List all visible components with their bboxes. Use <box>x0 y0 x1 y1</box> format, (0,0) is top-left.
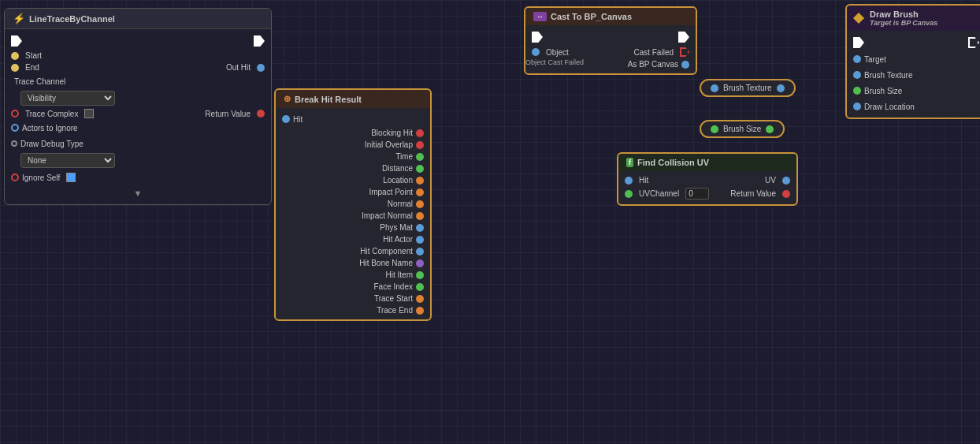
initial-overlap-label: Initial Overlap <box>365 140 413 149</box>
draw-brush-target-pin[interactable] <box>853 55 861 63</box>
location-pin[interactable] <box>416 177 424 185</box>
draw-brush-location-pin[interactable] <box>853 103 861 110</box>
hit-actor-pin[interactable] <box>416 236 424 244</box>
impact-point-label: Impact Point <box>369 188 413 196</box>
exec-row <box>5 32 271 50</box>
face-index-row: Face Index <box>276 281 430 293</box>
find-uv-return-pin[interactable] <box>782 190 790 198</box>
brush-size-label: Brush Size <box>723 125 761 133</box>
initial-overlap-row: Initial Overlap <box>276 139 430 151</box>
hit-item-pin[interactable] <box>416 271 424 279</box>
line-trace-title: LineTraceByChannel <box>29 14 115 24</box>
line-trace-body: Start End Out Hit Trace Channel Visibili… <box>5 29 271 204</box>
draw-brush-location-label: Draw Location <box>864 103 915 111</box>
distance-pin[interactable] <box>416 165 424 173</box>
draw-brush-target-label: Target <box>864 55 886 64</box>
find-uv-channel-label: UVChannel <box>639 189 679 198</box>
trace-end-label: Trace End <box>377 306 413 315</box>
brush-texture-pin-in[interactable] <box>711 84 718 92</box>
draw-debug-pin[interactable] <box>11 140 17 147</box>
hit-component-pin[interactable] <box>416 248 424 256</box>
start-row: Start <box>5 50 271 62</box>
expand-arrow[interactable]: ▼ <box>5 185 271 201</box>
draw-brush-exec-out[interactable] <box>968 37 979 48</box>
as-bp-canvas-pin[interactable] <box>681 61 689 69</box>
brush-size-pin-in[interactable] <box>711 125 718 133</box>
ignore-self-pin[interactable] <box>11 173 19 181</box>
cast-exec-out[interactable] <box>678 32 689 43</box>
hit-pin-in[interactable] <box>282 115 290 123</box>
cast-exec-in[interactable] <box>532 32 543 43</box>
line-trace-header: ⚡ LineTraceByChannel <box>5 9 271 29</box>
time-row: Time <box>276 151 430 162</box>
draw-brush-exec-in[interactable] <box>853 37 864 48</box>
find-uv-hit-row: Hit UV <box>618 174 796 186</box>
blocking-hit-pin[interactable] <box>416 129 424 137</box>
brush-texture-pin-out[interactable] <box>777 84 785 92</box>
impact-normal-pin[interactable] <box>416 212 424 220</box>
normal-label: Normal <box>388 200 413 208</box>
time-pin[interactable] <box>416 153 424 161</box>
draw-brush-icon <box>853 13 864 24</box>
draw-brush-size-pin[interactable] <box>853 87 861 95</box>
trace-start-label: Trace Start <box>374 294 413 303</box>
out-hit-pin[interactable] <box>257 64 265 72</box>
hit-bone-name-pin[interactable] <box>416 259 424 267</box>
hit-bone-name-row: Hit Bone Name <box>276 257 430 269</box>
node-break-hit: ⊕ Break Hit Result Hit Blocking Hit Init… <box>274 88 432 321</box>
find-uv-channel-input[interactable] <box>685 188 709 200</box>
initial-overlap-pin[interactable] <box>416 141 424 149</box>
draw-brush-texture-pin[interactable] <box>853 71 861 79</box>
trace-complex-pin[interactable] <box>11 110 19 118</box>
find-uv-channel-pin[interactable] <box>625 190 633 198</box>
cast-failed-pin[interactable] <box>680 47 689 57</box>
trace-start-pin[interactable] <box>416 295 424 303</box>
trace-end-pin[interactable] <box>416 307 424 315</box>
phys-mat-row: Phys Mat <box>276 222 430 233</box>
find-uv-hit-pin[interactable] <box>625 177 633 185</box>
return-value-pin[interactable] <box>257 110 265 118</box>
return-value-label: Return Value <box>205 110 251 118</box>
cast-exec-row <box>525 28 696 46</box>
normal-pin[interactable] <box>416 200 424 208</box>
find-uv-channel-row: UVChannel Return Value <box>618 186 796 201</box>
brush-size-pin-out[interactable] <box>766 125 774 133</box>
hit-item-label: Hit Item <box>386 271 413 279</box>
actors-pin[interactable] <box>11 124 19 132</box>
find-uv-hit-label: Hit <box>639 176 648 185</box>
time-label: Time <box>395 152 413 161</box>
impact-point-pin[interactable] <box>416 188 424 196</box>
node-cast-bp-canvas: ↔ Cast To BP_Canvas Object Cast Failed A… <box>524 6 697 75</box>
trace-start-row: Trace Start <box>276 293 430 304</box>
ignore-self-row: Ignore Self <box>5 170 271 185</box>
node-find-collision-uv: f Find Collision UV Hit UV UVChannel Ret… <box>617 152 798 206</box>
draw-brush-location-row: Draw Location <box>847 99 980 114</box>
ignore-self-checkbox[interactable] <box>66 173 76 182</box>
impact-normal-label: Impact Normal <box>362 211 413 220</box>
end-pin-in[interactable] <box>11 64 19 72</box>
trace-complex-row: Trace Complex Return Value <box>5 107 271 120</box>
phys-mat-pin[interactable] <box>416 224 424 232</box>
break-hit-body: Hit Blocking Hit Initial Overlap Time Di… <box>276 108 430 319</box>
trace-complex-checkbox[interactable] <box>84 109 94 118</box>
find-uv-uv-pin[interactable] <box>782 177 790 185</box>
draw-debug-select-row: None ForOneFrame ForDuration Persistent <box>5 151 271 170</box>
draw-brush-size-row: Brush Size <box>847 83 980 99</box>
start-pin-in[interactable] <box>11 52 19 60</box>
cast-object-pin-in[interactable] <box>532 48 540 56</box>
out-hit-label: Out Hit <box>226 63 251 72</box>
exec-in-pin[interactable] <box>11 35 22 47</box>
blocking-hit-row: Blocking Hit <box>276 127 430 139</box>
trace-channel-select[interactable]: Visibility Camera <box>20 91 115 106</box>
exec-out-pin[interactable] <box>254 35 265 47</box>
cast-header: ↔ Cast To BP_Canvas <box>525 8 696 25</box>
as-bp-canvas-label: As BP Canvas <box>628 60 678 69</box>
hit-actor-row: Hit Actor <box>276 233 430 245</box>
cast-object-label: Object <box>546 48 569 57</box>
cast-body: Object Cast Failed As BP Canvas <box>525 25 696 73</box>
draw-debug-select[interactable]: None ForOneFrame ForDuration Persistent <box>20 153 115 168</box>
location-label: Location <box>383 176 413 185</box>
brush-texture-label: Brush Texture <box>723 84 772 92</box>
hit-bone-name-label: Hit Bone Name <box>359 259 413 267</box>
face-index-pin[interactable] <box>416 283 424 291</box>
